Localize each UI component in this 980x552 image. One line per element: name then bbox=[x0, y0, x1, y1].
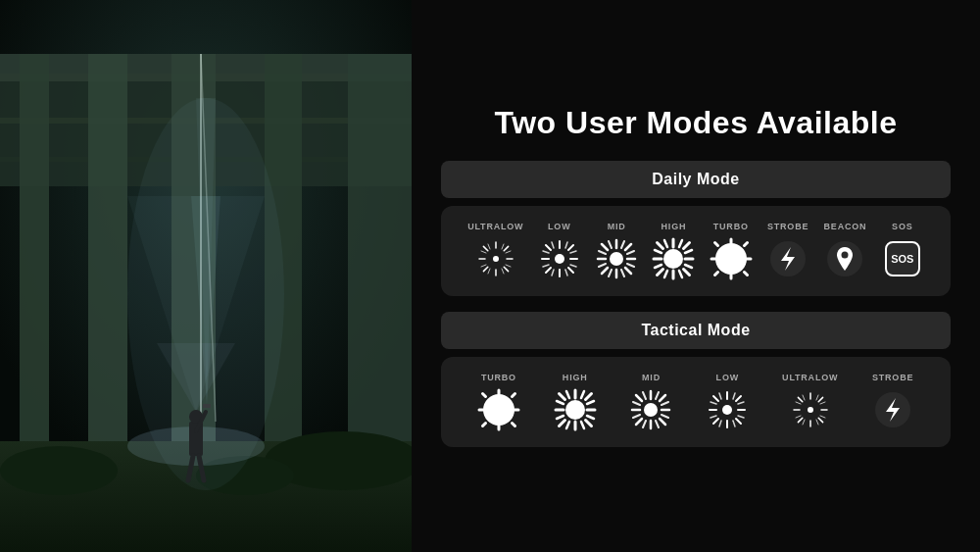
daily-high-item: HIGH bbox=[652, 222, 695, 280]
svg-line-34 bbox=[483, 246, 487, 250]
svg-line-126 bbox=[566, 391, 569, 398]
svg-line-57 bbox=[570, 251, 576, 253]
sun-mid-svg bbox=[595, 237, 638, 280]
daily-low-item: LOW bbox=[538, 222, 581, 280]
svg-line-35 bbox=[504, 267, 508, 271]
daily-beacon-symbol bbox=[827, 241, 862, 276]
svg-line-69 bbox=[625, 268, 631, 274]
tactical-ultralow-icon bbox=[789, 388, 832, 431]
daily-strobe-item: STROBE bbox=[766, 222, 809, 280]
sun-high-svg bbox=[652, 237, 695, 280]
tactical-mode-icons: TURBO HIGH bbox=[441, 357, 951, 447]
svg-point-107 bbox=[842, 252, 849, 259]
svg-point-117 bbox=[565, 400, 585, 420]
svg-line-39 bbox=[502, 244, 504, 249]
daily-turbo-label: TURBO bbox=[713, 222, 749, 231]
svg-line-93 bbox=[679, 271, 682, 277]
daily-mode-icons: ULTRALOW bbox=[441, 206, 951, 296]
svg-line-139 bbox=[636, 395, 642, 401]
svg-line-180 bbox=[820, 416, 825, 418]
svg-line-52 bbox=[568, 268, 573, 273]
daily-mode-label-container: Daily Mode bbox=[441, 161, 951, 198]
tactical-ultralow-label: ULTRALOW bbox=[782, 373, 838, 382]
svg-marker-106 bbox=[781, 247, 795, 271]
svg-point-29 bbox=[493, 256, 499, 262]
daily-strobe-label: STROBE bbox=[767, 222, 808, 231]
svg-line-162 bbox=[738, 402, 744, 404]
tactical-high-item: HIGH bbox=[554, 373, 597, 431]
svg-line-61 bbox=[543, 251, 549, 253]
svg-line-73 bbox=[621, 241, 624, 248]
daily-strobe-symbol bbox=[770, 241, 806, 276]
daily-high-label: HIGH bbox=[662, 222, 687, 231]
svg-line-76 bbox=[621, 270, 624, 276]
svg-point-28 bbox=[127, 98, 284, 490]
svg-line-129 bbox=[587, 416, 594, 419]
daily-ultralow-label: ULTRALOW bbox=[467, 222, 523, 231]
daily-ultralow-icon bbox=[474, 237, 517, 280]
sun-low-svg bbox=[538, 237, 581, 280]
svg-line-178 bbox=[816, 395, 818, 400]
tactical-strobe-symbol bbox=[875, 392, 910, 427]
svg-line-88 bbox=[658, 270, 663, 276]
daily-turbo-item: TURBO bbox=[710, 222, 753, 280]
svg-line-103 bbox=[744, 273, 747, 276]
svg-line-177 bbox=[803, 395, 805, 400]
svg-line-51 bbox=[546, 245, 551, 250]
svg-line-104 bbox=[744, 243, 747, 246]
tactical-mode-section: Tactical Mode TURBO bbox=[441, 312, 951, 447]
svg-line-62 bbox=[543, 265, 549, 267]
svg-line-179 bbox=[820, 402, 825, 404]
svg-line-167 bbox=[710, 416, 716, 418]
page-title: Two User Modes Available bbox=[495, 105, 898, 141]
svg-line-70 bbox=[625, 244, 631, 250]
svg-line-87 bbox=[684, 243, 690, 249]
svg-line-148 bbox=[643, 421, 646, 427]
tactical-strobe-label: STROBE bbox=[872, 373, 913, 382]
svg-line-131 bbox=[566, 422, 569, 428]
daily-turbo-icon bbox=[710, 237, 753, 280]
tactical-turbo-item: TURBO bbox=[477, 373, 520, 431]
tactical-turbo-icon bbox=[477, 388, 520, 431]
svg-line-115 bbox=[512, 394, 514, 397]
tactical-strobe-icon bbox=[871, 388, 914, 431]
svg-line-58 bbox=[570, 265, 576, 267]
tactical-ultralow-item: ULTRALOW bbox=[782, 373, 838, 431]
svg-line-54 bbox=[546, 268, 551, 273]
svg-line-77 bbox=[609, 270, 612, 276]
svg-line-72 bbox=[609, 241, 612, 248]
daily-mode-label: Daily Mode bbox=[652, 171, 739, 187]
tactical-mid-icon bbox=[629, 388, 672, 431]
svg-line-123 bbox=[585, 421, 591, 427]
svg-line-183 bbox=[796, 402, 801, 404]
svg-line-37 bbox=[483, 267, 487, 271]
svg-point-14 bbox=[0, 446, 118, 495]
svg-line-143 bbox=[643, 392, 646, 399]
daily-mid-label: MID bbox=[608, 222, 626, 231]
svg-line-59 bbox=[565, 270, 567, 276]
daily-low-icon bbox=[538, 237, 581, 280]
tactical-low-label: LOW bbox=[716, 373, 739, 382]
svg-line-68 bbox=[602, 244, 608, 250]
svg-line-142 bbox=[636, 419, 642, 425]
tactical-low-icon bbox=[706, 388, 749, 431]
tactical-low-item: LOW bbox=[706, 373, 749, 431]
tactical-mode-label-container: Tactical Mode bbox=[441, 312, 951, 349]
svg-line-116 bbox=[482, 424, 485, 427]
svg-line-38 bbox=[488, 244, 490, 249]
svg-line-146 bbox=[662, 415, 668, 418]
content-panel: Two User Modes Available Daily Mode ULTR… bbox=[412, 0, 980, 552]
svg-point-168 bbox=[808, 407, 813, 413]
svg-line-163 bbox=[738, 416, 744, 418]
svg-line-94 bbox=[664, 271, 667, 277]
svg-line-96 bbox=[655, 265, 662, 268]
svg-line-182 bbox=[803, 420, 805, 425]
svg-line-176 bbox=[798, 418, 802, 422]
sun-turbo-svg bbox=[710, 237, 753, 280]
svg-line-85 bbox=[658, 243, 663, 249]
svg-line-91 bbox=[685, 250, 692, 253]
svg-line-102 bbox=[714, 243, 717, 246]
daily-sos-icon: SOS bbox=[881, 237, 924, 280]
hero-image bbox=[0, 0, 412, 552]
tactical-high-label: HIGH bbox=[563, 373, 588, 382]
